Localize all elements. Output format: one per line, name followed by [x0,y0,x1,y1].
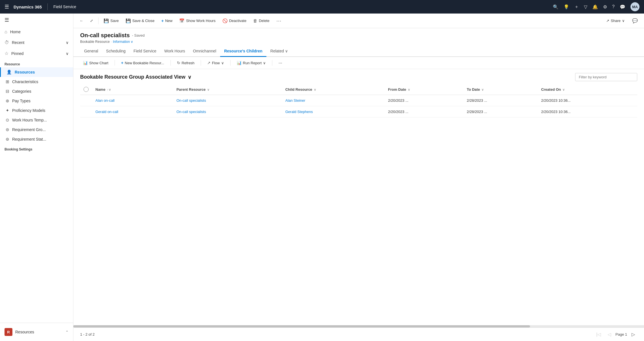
share-button[interactable]: ↗ Share ∨ [603,17,628,25]
row-1-name[interactable]: Alan on-call [92,95,173,106]
breadcrumb-info-button[interactable]: Information ∨ [113,40,133,44]
hamburger-menu-icon[interactable]: ☰ [5,4,9,10]
sidebar-item-recent[interactable]: ⏱ Recent ∨ [0,37,73,48]
more-options-icon[interactable]: ⋯ [274,17,284,25]
sidebar-requirement-gro-label: Requirement Gro... [12,127,46,132]
scrollbar-thumb[interactable] [73,325,530,327]
sidebar-item-pinned[interactable]: ☆ Pinned ∨ [0,48,73,59]
calendar-icon: 📅 [179,18,185,23]
sidebar-item-requirement-stat[interactable]: ⊚ Requirement Stat... [0,134,73,144]
new-plus-icon: + [161,18,164,23]
record-name: On-call specialists [80,32,130,39]
search-icon[interactable]: 🔍 [553,4,558,10]
refresh-button[interactable]: ↻ Refresh [174,59,198,67]
filter-icon[interactable]: ▽ [584,4,587,10]
tab-general[interactable]: General [80,46,102,57]
sub-toolbar-sep-5 [272,60,272,66]
col-to-date[interactable]: To Date ∨ [463,84,538,95]
sidebar-item-pay-types[interactable]: ⊛ Pay Types [0,96,73,106]
tabs-bar: General Scheduling Field Service Work Ho… [73,46,644,57]
row-1-child-resource[interactable]: Alan Steiner [282,95,385,106]
horizontal-scrollbar[interactable] [73,325,644,327]
save-button[interactable]: 💾 Save [101,17,122,25]
help-icon[interactable]: ? [612,4,615,9]
view-header: Bookable Resource Group Associated View … [73,69,644,84]
select-all-checkbox[interactable] [84,87,89,92]
sidebar-item-work-hours-template[interactable]: ⊙ Work Hours Temp... [0,115,73,125]
row-2-parent-resource[interactable]: On-call specialists [173,106,282,118]
tab-field-service[interactable]: Field Service [130,46,160,57]
tab-scheduling[interactable]: Scheduling [102,46,130,57]
deactivate-button[interactable]: 🚫 Deactivate [220,17,249,25]
resource-section-header: Resource [0,59,73,67]
record-count: 1 - 2 of 2 [80,332,95,336]
tab-work-hours[interactable]: Work Hours [160,46,189,57]
top-nav: ☰ Dynamics 365 Field Service 🔍 💡 ＋ ▽ 🔔 ⚙… [0,0,644,14]
sidebar-item-proficiency-models[interactable]: ✦ Proficiency Models [0,106,73,115]
requirement-gro-icon: ⊜ [6,127,9,132]
new-bookable-resource-button[interactable]: + New Bookable Resour... [118,59,167,67]
plus-icon[interactable]: ＋ [574,4,579,10]
sidebar-bottom-resources[interactable]: R Resources ⌃ [0,325,73,339]
back-button[interactable]: ← [77,17,86,25]
table-body: Alan on-call On-call specialists Alan St… [80,95,637,118]
sidebar-bottom: R Resources ⌃ [0,323,73,341]
col-parent-resource[interactable]: Parent Resource ∨ [173,84,282,95]
filter-keyword-input[interactable] [575,73,637,81]
col-from-date[interactable]: From Date ∨ [385,84,463,95]
run-report-button[interactable]: 📊 Run Report ∨ [234,59,269,67]
col-created-on[interactable]: Created On ∨ [538,84,637,95]
next-page-button[interactable]: ▷ [629,331,637,338]
save-close-button[interactable]: 💾 Save & Close [123,17,157,25]
app-name: Field Service [53,5,76,9]
row-2-child-resource[interactable]: Gerald Stephens [282,106,385,118]
show-work-hours-button[interactable]: 📅 Show Work Hours [176,17,218,25]
expand-button[interactable]: ⤢ [87,17,96,25]
booking-settings-header: Booking Settings [0,144,73,152]
brand-name: Dynamics 365 [14,5,42,9]
bell-icon[interactable]: 🔔 [592,4,598,10]
sidebar-item-categories[interactable]: ⊟ Categories [0,87,73,96]
sidebar-resources-label: Resources [15,70,35,74]
sidebar-proficiency-label: Proficiency Models [12,108,45,113]
sidebar-item-requirement-gro[interactable]: ⊜ Requirement Gro... [0,125,73,134]
table-header: Name ↑∨ Parent Resource ∨ Child Resource… [80,84,637,95]
resources-icon: 👤 [6,70,12,75]
row-2-name[interactable]: Gerald on-call [92,106,173,118]
sidebar-hamburger[interactable]: ☰ [0,14,73,26]
col-name[interactable]: Name ↑∨ [92,84,173,95]
work-hours-template-icon: ⊙ [6,118,9,123]
tab-related[interactable]: Related ∨ [266,46,292,57]
back-icon: ← [80,19,83,23]
pagination: |◁ ◁ Page 1 ▷ [594,331,637,338]
chat-bubble-icon[interactable]: 💬 [620,4,625,10]
avatar[interactable]: MA [630,2,639,11]
first-page-button[interactable]: |◁ [594,331,603,338]
show-chart-button[interactable]: 📊 Show Chart [80,59,111,67]
breadcrumb-entity: Bookable Resource [80,40,110,44]
sidebar-characteristics-label: Characteristics [12,79,38,84]
recent-chevron-icon: ∨ [66,40,69,45]
col-child-resource[interactable]: Child Resource ∨ [282,84,385,95]
delete-button[interactable]: 🗑 Delete [250,17,272,25]
sidebar-item-characteristics[interactable]: ⊞ Characteristics [0,77,73,87]
tab-resources-children[interactable]: Resource's Children [220,46,266,57]
sub-more-button[interactable]: ⋯ [276,59,285,67]
lightbulb-icon[interactable]: 💡 [564,4,569,10]
view-title[interactable]: Bookable Resource Group Associated View … [80,74,191,80]
sidebar-item-home[interactable]: ⌂ Home [0,26,73,37]
main-content: ← ⤢ 💾 Save 💾 Save & Close + New 📅 Show W… [73,14,644,341]
information-label: Information [113,40,130,44]
new-button[interactable]: + New [158,17,175,25]
tab-omnichannel[interactable]: Omnichannel [189,46,220,57]
pinned-icon: ☆ [5,51,8,56]
prev-page-button[interactable]: ◁ [605,331,613,338]
row-1-parent-resource[interactable]: On-call specialists [173,95,282,106]
chat-icon[interactable]: 💬 [629,16,641,25]
row-1-created-on: 2/20/2023 10:36... [538,95,637,106]
row-1-to-date: 2/28/2023 ... [463,95,538,106]
sidebar-item-resources[interactable]: 👤 Resources [0,67,73,77]
row-2-to-date: 2/28/2023 ... [463,106,538,118]
flow-button[interactable]: ↗ Flow ∨ [204,59,227,67]
settings-icon[interactable]: ⚙ [603,4,607,10]
